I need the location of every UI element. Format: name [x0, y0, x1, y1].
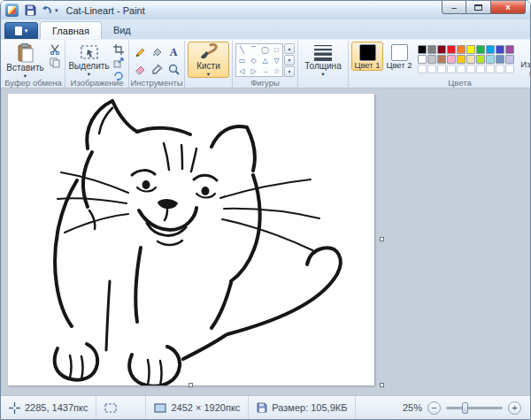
paste-label: Вставить [6, 63, 43, 73]
shape-item[interactable]: ◁ [236, 65, 248, 76]
palette-color[interactable] [457, 55, 466, 64]
fill-tool-button[interactable] [149, 44, 165, 60]
palette-color[interactable] [486, 45, 495, 54]
palette-empty-slot[interactable] [486, 65, 495, 73]
paste-clipboard-icon [17, 43, 35, 63]
select-button[interactable]: Выделить ▾ [68, 42, 110, 78]
palette-empty-slot[interactable] [437, 65, 446, 73]
edit-colors-button[interactable]: Изменение цветов [517, 42, 531, 79]
magnifier-tool-button[interactable] [165, 61, 181, 77]
group-clipboard: Вставить ▾ Буфер обм [2, 41, 65, 88]
paint-app-icon[interactable] [5, 4, 19, 17]
brushes-button[interactable]: Кисти ▾ [188, 42, 229, 78]
drawing-canvas[interactable] [8, 94, 374, 386]
save-button[interactable] [22, 3, 38, 18]
copy-button[interactable] [47, 57, 62, 69]
palette-color[interactable] [418, 45, 427, 54]
shape-item[interactable]: □ [271, 44, 282, 55]
group-size: Толщина ▾ [298, 41, 349, 88]
palette-color[interactable] [476, 45, 485, 54]
color-palette [415, 42, 517, 73]
palette-empty-slot[interactable] [447, 65, 456, 73]
zoom-in-button[interactable]: + [508, 401, 521, 415]
tab-view[interactable]: Вид [102, 21, 142, 39]
crop-button[interactable] [111, 43, 126, 56]
minimize-button[interactable]: – [442, 1, 466, 14]
cursor-position-icon [9, 402, 20, 414]
palette-empty-slot[interactable] [418, 65, 427, 73]
file-menu-button[interactable]: ▾ [4, 22, 38, 39]
canvas-resize-handle-right[interactable] [380, 237, 384, 241]
shape-item[interactable]: ▷ [248, 65, 259, 76]
shapes-gallery-expand-button[interactable]: ▼ [284, 66, 295, 77]
zoom-level-value: 25% [403, 402, 422, 413]
zoom-slider[interactable] [446, 401, 503, 415]
maximize-button[interactable] [466, 1, 490, 14]
palette-color[interactable] [466, 45, 475, 54]
quick-access-dropdown[interactable]: ▾ [54, 7, 61, 14]
canvas-resize-handle-bottom[interactable] [189, 383, 193, 387]
shapes-grid: ╲⌒◯□▭◇△▽◁▷→☆ [235, 43, 283, 77]
palette-color[interactable] [437, 55, 446, 64]
shape-item[interactable]: ▽ [271, 55, 282, 65]
palette-color[interactable] [466, 55, 475, 64]
color1-swatch [359, 44, 376, 61]
pencil-tool-button[interactable] [132, 44, 148, 60]
size-button[interactable]: Толщина ▾ [301, 42, 345, 78]
palette-color[interactable] [427, 45, 436, 54]
zoom-out-button[interactable]: − [427, 401, 441, 415]
shape-item[interactable]: ◇ [248, 55, 259, 65]
palette-empty-slot[interactable] [466, 65, 475, 73]
close-button[interactable]: × [490, 1, 526, 14]
color2-button[interactable]: Цвет 2 [383, 42, 415, 71]
paste-button[interactable]: Вставить ▾ [4, 42, 46, 80]
palette-empty-slot[interactable] [505, 65, 514, 73]
palette-color[interactable] [476, 55, 485, 64]
palette-color[interactable] [427, 55, 436, 64]
text-tool-icon: A [170, 46, 178, 59]
palette-empty-slot[interactable] [476, 65, 485, 73]
size-caret-icon: ▾ [321, 71, 324, 77]
edit-colors-label: Изменение цветов [518, 60, 531, 78]
eraser-tool-button[interactable] [132, 61, 148, 77]
color1-label: Цвет 1 [354, 61, 380, 70]
shape-item[interactable]: ▭ [236, 55, 248, 65]
image-group-label: Изображение [65, 78, 128, 88]
palette-color[interactable] [447, 45, 456, 54]
group-tools: A [129, 41, 185, 88]
shapes-scroll-up-button[interactable]: ▲ [284, 43, 295, 54]
text-tool-button[interactable]: A [165, 44, 181, 60]
brush-icon [199, 43, 219, 61]
palette-color[interactable] [505, 45, 514, 54]
palette-empty-slot[interactable] [457, 65, 466, 73]
canvas-resize-handle-corner[interactable] [380, 383, 384, 387]
shape-item[interactable]: △ [259, 55, 271, 65]
resize-button[interactable] [111, 57, 126, 69]
color2-swatch [391, 44, 408, 61]
color-picker-tool-button[interactable] [149, 61, 165, 77]
canvas-size-icon [154, 403, 166, 413]
cut-button[interactable] [47, 43, 62, 56]
palette-color[interactable] [505, 55, 514, 64]
palette-color[interactable] [457, 45, 466, 54]
fill-bucket-icon [151, 47, 163, 58]
undo-button[interactable] [38, 3, 54, 18]
shape-item[interactable]: ⌒ [248, 44, 259, 55]
palette-color[interactable] [447, 55, 456, 64]
color2-label: Цвет 2 [386, 61, 412, 70]
palette-color[interactable] [418, 55, 427, 64]
shapes-scroll-down-button[interactable]: ▼ [284, 55, 295, 65]
shape-item[interactable]: ☆ [271, 65, 282, 76]
palette-color[interactable] [496, 45, 504, 54]
shape-item[interactable]: → [259, 65, 271, 76]
zoom-slider-thumb[interactable] [462, 402, 468, 414]
palette-color[interactable] [437, 45, 446, 54]
tab-home[interactable]: Главная [40, 21, 102, 39]
shape-item[interactable]: ╲ [236, 44, 248, 55]
palette-color[interactable] [486, 55, 495, 64]
palette-color[interactable] [496, 55, 504, 64]
shape-item[interactable]: ◯ [259, 44, 271, 55]
palette-empty-slot[interactable] [427, 65, 436, 73]
palette-empty-slot[interactable] [496, 65, 504, 73]
color1-button[interactable]: Цвет 1 [351, 42, 383, 71]
